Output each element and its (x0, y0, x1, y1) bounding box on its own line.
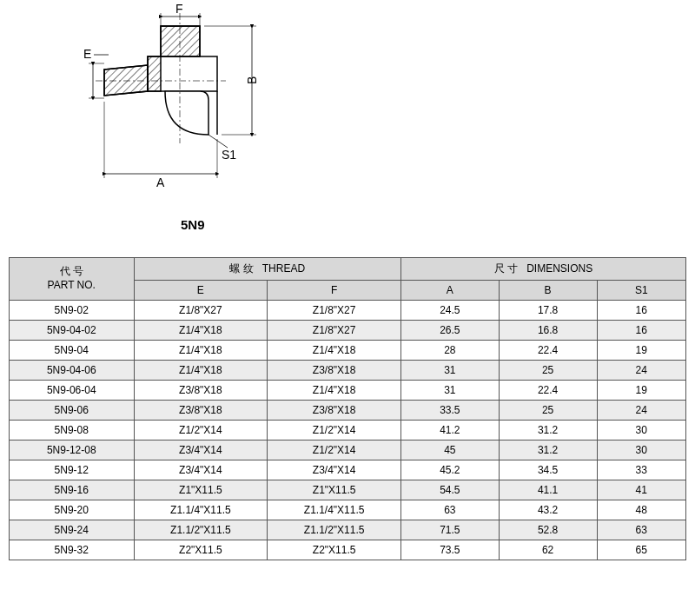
cell-e: Z3/8"X18 (134, 401, 268, 421)
cell-b: 41.1 (499, 480, 597, 500)
cell-s1: 48 (597, 500, 686, 520)
cell-f: Z1/8"X27 (268, 321, 401, 341)
svg-rect-4 (148, 56, 161, 91)
cell-e: Z1.1/4"X11.5 (134, 500, 268, 520)
cell-e: Z1/4"X18 (134, 341, 268, 361)
cell-b: 62 (499, 540, 597, 560)
table-row: 5N9-12Z3/4"X14Z3/4"X1445.234.533 (10, 460, 686, 480)
header-e: E (134, 281, 268, 301)
cell-a: 71.5 (401, 520, 500, 540)
cell-s1: 24 (597, 361, 686, 381)
cell-e: Z1/2"X14 (134, 421, 268, 440)
cell-b: 43.2 (499, 500, 597, 520)
table-row: 5N9-06-04Z3/8"X18Z1/4"X183122.419 (10, 381, 686, 401)
cell-e: Z3/8"X18 (134, 381, 268, 401)
cell-b: 31.2 (499, 440, 597, 460)
cell-f: Z1/8"X27 (268, 301, 401, 321)
cell-f: Z3/4"X14 (268, 460, 401, 480)
cell-e: Z3/4"X14 (134, 460, 268, 480)
svg-rect-3 (161, 26, 200, 56)
cell-f: Z1/2"X14 (268, 440, 401, 460)
table-row: 5N9-04-06Z1/4"X18Z3/8"X18312524 (10, 361, 686, 381)
cell-e: Z1.1/2"X11.5 (134, 520, 268, 540)
table-row: 5N9-20Z1.1/4"X11.5Z1.1/4"X11.56343.248 (10, 500, 686, 520)
cell-b: 22.4 (499, 381, 597, 401)
cell-part: 5N9-02 (10, 301, 135, 321)
cell-f: Z1/2"X14 (268, 421, 401, 440)
cell-part: 5N9-20 (10, 500, 135, 520)
dim-label-s1: S1 (222, 148, 236, 162)
header-thread: 螺 纹 THREAD (134, 258, 401, 281)
cell-a: 45.2 (401, 460, 500, 480)
cell-s1: 30 (597, 440, 686, 460)
cell-a: 26.5 (401, 321, 500, 341)
cell-a: 54.5 (401, 480, 500, 500)
cell-a: 41.2 (401, 421, 500, 440)
header-f: F (268, 281, 401, 301)
cell-e: Z2"X11.5 (134, 540, 268, 560)
cell-f: Z1/4"X18 (268, 341, 401, 361)
cell-a: 24.5 (401, 301, 500, 321)
dim-label-b: B (245, 76, 259, 84)
cell-b: 34.5 (499, 460, 597, 480)
cell-part: 5N9-12-08 (10, 440, 135, 460)
technical-drawing: S1 A B F E (78, 4, 269, 195)
table-row: 5N9-06Z3/8"X18Z3/8"X1833.52524 (10, 401, 686, 421)
cell-part: 5N9-24 (10, 520, 135, 540)
cell-e: Z3/4"X14 (134, 440, 268, 460)
cell-e: Z1"X11.5 (134, 480, 268, 500)
table-row: 5N9-16Z1"X11.5Z1"X11.554.541.141 (10, 480, 686, 500)
cell-part: 5N9-04-02 (10, 321, 135, 341)
cell-s1: 16 (597, 301, 686, 321)
cell-s1: 16 (597, 321, 686, 341)
cell-e: Z1/4"X18 (134, 321, 268, 341)
table-row: 5N9-02Z1/8"X27Z1/8"X2724.517.816 (10, 301, 686, 321)
header-s1: S1 (597, 281, 686, 301)
cell-b: 25 (499, 361, 597, 381)
table-row: 5N9-04-02Z1/4"X18Z1/8"X2726.516.816 (10, 321, 686, 341)
cell-s1: 65 (597, 540, 686, 560)
header-a: A (401, 281, 500, 301)
cell-part: 5N9-06-04 (10, 381, 135, 401)
cell-a: 31 (401, 361, 500, 381)
dim-label-f: F (175, 4, 183, 16)
cell-a: 45 (401, 440, 500, 460)
table-row: 5N9-04Z1/4"X18Z1/4"X182822.419 (10, 341, 686, 361)
cell-e: Z1/4"X18 (134, 361, 268, 381)
cell-a: 73.5 (401, 540, 500, 560)
table-row: 5N9-12-08Z3/4"X14Z1/2"X144531.230 (10, 440, 686, 460)
cell-b: 16.8 (499, 321, 597, 341)
cell-f: Z1.1/4"X11.5 (268, 500, 401, 520)
cell-f: Z3/8"X18 (268, 401, 401, 421)
cell-b: 22.4 (499, 341, 597, 361)
cell-s1: 19 (597, 341, 686, 361)
cell-part: 5N9-12 (10, 460, 135, 480)
cell-f: Z1"X11.5 (268, 480, 401, 500)
cell-a: 31 (401, 381, 500, 401)
cell-part: 5N9-06 (10, 401, 135, 421)
header-dimensions: 尺 寸 DIMENSIONS (401, 258, 686, 281)
part-label: 5N9 (181, 217, 205, 232)
cell-part: 5N9-32 (10, 540, 135, 560)
dim-label-a: A (156, 176, 165, 189)
cell-a: 28 (401, 341, 500, 361)
cell-f: Z1/4"X18 (268, 381, 401, 401)
cell-s1: 24 (597, 401, 686, 421)
cell-f: Z2"X11.5 (268, 540, 401, 560)
spec-table-container: 代 号 PART NO. 螺 纹 THREAD 尺 寸 DIMENSIONS E… (9, 257, 686, 560)
cell-s1: 33 (597, 460, 686, 480)
cell-s1: 30 (597, 421, 686, 440)
table-row: 5N9-32Z2"X11.5Z2"X11.573.56265 (10, 540, 686, 560)
svg-line-7 (208, 135, 228, 148)
cell-part: 5N9-04-06 (10, 361, 135, 381)
cell-f: Z3/8"X18 (268, 361, 401, 381)
spec-table: 代 号 PART NO. 螺 纹 THREAD 尺 寸 DIMENSIONS E… (9, 257, 686, 560)
cell-b: 52.8 (499, 520, 597, 540)
cell-b: 25 (499, 401, 597, 421)
cell-part: 5N9-16 (10, 480, 135, 500)
cell-b: 31.2 (499, 421, 597, 440)
dim-label-e: E (83, 47, 91, 61)
cell-a: 63 (401, 500, 500, 520)
header-b: B (499, 281, 597, 301)
table-row: 5N9-24Z1.1/2"X11.5Z1.1/2"X11.571.552.863 (10, 520, 686, 540)
